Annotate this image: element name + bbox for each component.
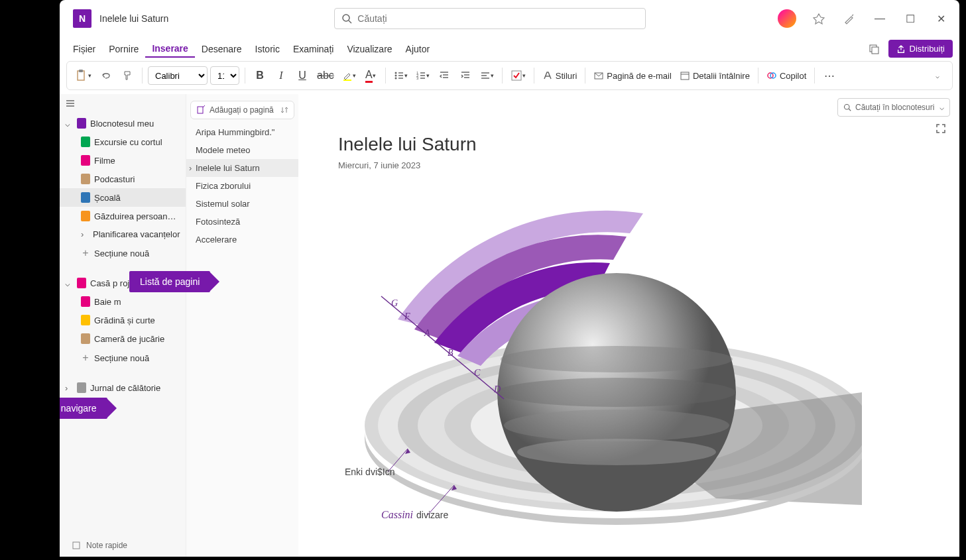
menu-file[interactable]: Fișier xyxy=(66,41,102,57)
search-notebooks-box[interactable]: Căutați în blocnotesuri ⌵ xyxy=(837,98,950,117)
add-page-icon xyxy=(196,105,206,115)
share-icon xyxy=(896,44,906,54)
notebook-label: Jurnal de călătorie xyxy=(90,383,160,393)
menu-insert[interactable]: Inserare xyxy=(145,40,194,58)
paste-button[interactable]: ▾ xyxy=(72,65,94,86)
nav-panel: ⌵ Blocnotesul meu Excursie cu cortul Fil… xyxy=(60,94,186,557)
font-name-select[interactable]: Calibri xyxy=(148,66,208,85)
section-jucarie[interactable]: Cameră de jucărie xyxy=(60,329,186,348)
hamburger-icon[interactable] xyxy=(65,98,76,111)
svg-line-1 xyxy=(349,21,351,23)
styles-label: Stiluri xyxy=(556,71,577,81)
svg-line-41 xyxy=(849,109,851,111)
add-page-button[interactable]: Adăugați o pagină xyxy=(190,101,294,119)
page-item[interactable]: Fotosinteză xyxy=(186,213,298,231)
sparkle-icon[interactable] xyxy=(836,5,863,32)
menu-draw[interactable]: Desenare xyxy=(195,41,249,57)
page-item[interactable]: Fizica zborului xyxy=(186,177,298,195)
copilot-button[interactable]: Copilot xyxy=(764,65,809,86)
svg-rect-3 xyxy=(872,47,878,54)
svg-point-40 xyxy=(845,105,850,110)
ring-label-a: A xyxy=(424,328,430,338)
page-item[interactable]: Aripa Hummingbird." xyxy=(186,123,298,141)
page-item[interactable]: Accelerare xyxy=(186,231,298,249)
italic-button[interactable]: I xyxy=(272,65,290,86)
styles-button[interactable]: Stiluri xyxy=(540,65,580,86)
menu-history[interactable]: Istoric xyxy=(249,41,286,57)
menu-view[interactable]: Vizualizare xyxy=(340,41,398,57)
page-date: Miercuri, 7 iunie 2023 xyxy=(338,160,420,170)
notebook-jurnal[interactable]: › Jurnal de călătorie xyxy=(60,378,186,397)
chevron-right-icon: › xyxy=(81,229,89,239)
email-page-label: Pagină de e-mail xyxy=(607,71,672,81)
user-avatar[interactable] xyxy=(778,9,796,28)
menu-review[interactable]: Examinați xyxy=(286,41,340,57)
highlight-button[interactable]: ▾ xyxy=(339,65,359,86)
ribbon-chevron-icon[interactable]: ⌵ xyxy=(928,65,947,86)
number-list-button[interactable]: 123▾ xyxy=(413,65,432,86)
chevron-down-icon: ⌵ xyxy=(939,103,944,112)
sort-icon[interactable] xyxy=(280,106,288,114)
section-camping[interactable]: Excursie cu cortul xyxy=(60,133,186,151)
add-page-label: Adăugați o pagină xyxy=(210,105,274,115)
undo-button[interactable] xyxy=(97,65,115,86)
bold-button[interactable]: B xyxy=(251,65,269,86)
premium-icon[interactable] xyxy=(806,5,832,32)
minimize-button[interactable]: — xyxy=(867,5,893,32)
underline-button[interactable]: U xyxy=(293,65,312,86)
menu-home[interactable]: Pornire xyxy=(102,41,145,57)
fullscreen-icon[interactable] xyxy=(936,123,946,137)
open-in-app-icon[interactable] xyxy=(865,38,883,60)
align-button[interactable]: ▾ xyxy=(477,65,497,86)
section-gazduire[interactable]: Găzduirea persoanelor xyxy=(60,207,186,225)
titlebar: N Inelele lui Saturn — ☐ ✕ xyxy=(60,0,959,37)
outdent-button[interactable] xyxy=(435,65,453,86)
new-section-2[interactable]: +Secțiune nouă xyxy=(60,348,186,368)
menubar: Fișier Pornire Inserare Desenare Istoric… xyxy=(60,37,959,61)
section-baie[interactable]: Baie m xyxy=(60,292,186,311)
maximize-button[interactable]: ☐ xyxy=(897,5,924,32)
search-input[interactable] xyxy=(357,13,638,24)
svg-point-50 xyxy=(497,378,736,407)
page-item[interactable]: Modele meteo xyxy=(186,141,298,159)
more-button[interactable]: ⋯ xyxy=(820,65,839,86)
indent-button[interactable] xyxy=(456,65,475,86)
meeting-details-button[interactable]: Detalii întâlnire xyxy=(677,65,753,86)
plus-icon: + xyxy=(81,247,90,259)
page-item-selected[interactable]: Inelele lui Saturn xyxy=(186,159,298,177)
font-size-select[interactable]: 11 xyxy=(210,66,239,85)
format-painter-button[interactable] xyxy=(118,65,137,86)
search-icon xyxy=(341,13,352,24)
page-item[interactable]: Sistemul solar xyxy=(186,195,298,213)
new-section-1[interactable]: +Secțiune nouă xyxy=(60,243,186,263)
bullet-list-button[interactable]: ▾ xyxy=(391,65,410,86)
note-icon xyxy=(72,541,81,550)
quick-notes-button[interactable]: Note rapide xyxy=(72,541,127,550)
section-icon xyxy=(81,137,90,147)
search-icon xyxy=(843,103,851,111)
callout-nav-panel: Panou de navigare xyxy=(60,398,107,419)
ring-label-b: B xyxy=(448,348,453,358)
menu-help[interactable]: Ajutor xyxy=(399,41,437,57)
share-button[interactable]: Distribuiți xyxy=(888,40,953,58)
section-filme[interactable]: Filme xyxy=(60,151,186,170)
section-vacante[interactable]: ›Planificarea vacanțelor xyxy=(60,225,186,243)
font-color-button[interactable]: A▾ xyxy=(361,65,380,86)
strike-button[interactable]: abc xyxy=(314,65,337,86)
search-box[interactable] xyxy=(334,8,646,29)
close-button[interactable]: ✕ xyxy=(928,5,954,32)
email-page-button[interactable]: Pagină de e-mail xyxy=(591,65,674,86)
ribbon: ▾ Calibri 11 B I U abc ▾ A▾ ▾ 123▾ ▾ ▾ S… xyxy=(66,61,953,90)
app-icon: N xyxy=(73,9,91,28)
section-scoala[interactable]: Școală xyxy=(60,188,186,207)
section-podcasturi[interactable]: Podcasturi xyxy=(60,170,186,188)
notebook-icon xyxy=(77,278,86,288)
page-title[interactable]: Inelele lui Saturn xyxy=(338,134,477,155)
tag-button[interactable]: ▾ xyxy=(508,65,528,86)
content-area: ⌵ Blocnotesul meu Excursie cu cortul Fil… xyxy=(60,94,959,557)
page-canvas[interactable]: Căutați în blocnotesuri ⌵ Inelele lui Sa… xyxy=(298,94,959,557)
svg-rect-4 xyxy=(78,71,84,80)
section-gradina[interactable]: Grădină și curte xyxy=(60,311,186,329)
notebook-label: Blocnotesul meu xyxy=(90,119,154,129)
notebook-my-notebook[interactable]: ⌵ Blocnotesul meu xyxy=(60,114,186,133)
